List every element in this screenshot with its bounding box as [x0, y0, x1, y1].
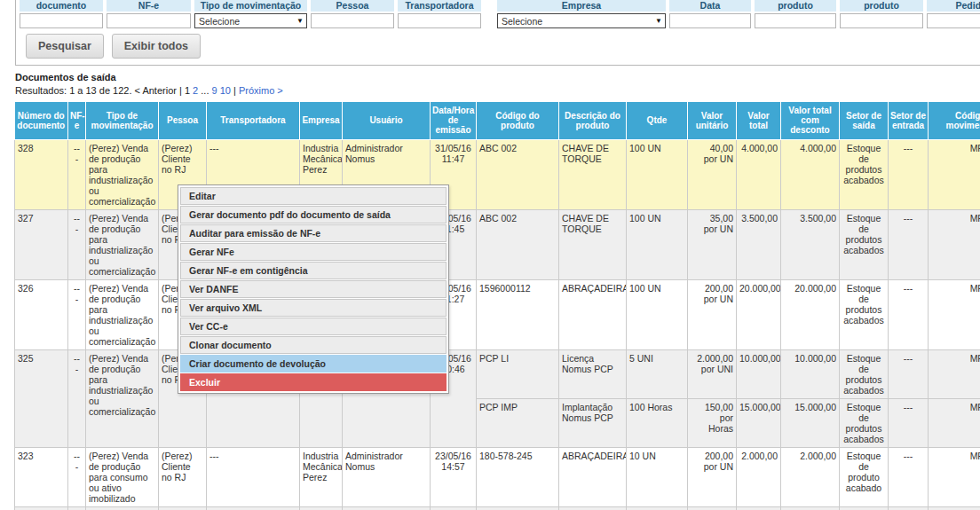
cell-numero_documento: 328	[15, 139, 68, 209]
cell-setor_entrada: ---	[889, 447, 929, 506]
column-header-transportadora: Transportadora	[207, 102, 300, 139]
filter-tipo-movimentacao-select[interactable]: Selecione▼	[194, 13, 307, 28]
column-header-valor_total: Valor total	[737, 102, 781, 139]
page-link-2[interactable]: 2	[193, 85, 198, 96]
page-indicator: 1	[185, 85, 190, 96]
column-header-setor_entrada: Setor de entrada	[889, 102, 929, 139]
filter-slot-pessoa	[311, 13, 394, 28]
filter-descricao-produto-input[interactable]	[840, 13, 923, 28]
cell-tipo_movimentacao: (Perez) Venda de produção para consumo o…	[86, 506, 159, 510]
table-row-doc-322[interactable]: 322-- -(Perez) Venda de produção para co…	[15, 506, 980, 510]
cell-setor_saida: Estoque de produtos acabados	[840, 398, 889, 447]
cell-codigo_produto: PCP LI	[477, 349, 559, 398]
next-page-link[interactable]: Próximo >	[239, 85, 283, 96]
context-menu-item[interactable]: Ver arquivo XML	[180, 299, 447, 317]
filter-col-empresa-label: Empresa	[497, 0, 666, 12]
cell-valor_total_desconto: 3.500,00	[781, 209, 840, 279]
context-menu-item[interactable]: Gerar documento pdf do documento de saíd…	[180, 206, 447, 224]
cell-valor_unitario: 40,00 por UN	[688, 139, 737, 209]
cell-qtde: 100 UN	[627, 209, 688, 279]
cell-codigo_produto: PCP IMP	[477, 398, 559, 447]
cell-transportadora: ---	[207, 447, 300, 506]
cell-usuario: Administrador Nomus	[343, 506, 431, 510]
cell-tipo_movimentacao: (Perez) Venda de produção para industria…	[86, 209, 159, 279]
cell-valor_unitario: 2.000,00 por UNI	[688, 349, 737, 398]
filter-transportadora-input[interactable]	[398, 13, 481, 28]
cell-qtde: 1.000 UN	[627, 506, 688, 510]
cell-valor_unitario: 200,00 por UN	[688, 279, 737, 349]
context-menu-item[interactable]: Auditar para emissão de NF-e	[180, 224, 447, 242]
filter-col-codigo-produto-label: Código do produto	[755, 0, 836, 12]
filter-header-row: Número do documentoNF-eTipo de movimenta…	[20, 0, 980, 12]
page-link-9[interactable]: 9	[212, 85, 217, 96]
context-menu-item[interactable]: Criar documento de devolução	[180, 355, 447, 373]
column-header-tipo_movimentacao: Tipo de movimentação	[86, 102, 159, 139]
table-row-doc-328[interactable]: 328-- -(Perez) Venda de produção para in…	[15, 139, 980, 209]
context-menu-item[interactable]: Editar	[180, 187, 447, 205]
cell-valor_total_desconto: 2.000,00	[781, 447, 840, 506]
cell-nfe: -- -	[68, 349, 86, 447]
cell-setor_saida: Estoque de produto acabado	[840, 447, 889, 506]
cell-qtde: 100 UN	[627, 279, 688, 349]
cell-tipo_movimentacao: (Perez) Venda de produção para industria…	[86, 279, 159, 349]
cell-codigo_movimentacao: MP	[929, 349, 980, 398]
column-header-qtde: Qtde	[627, 102, 688, 139]
cell-codigo_movimentacao: MP	[929, 398, 980, 447]
cell-valor_total_desconto: 10.000,00	[781, 506, 840, 510]
filter-pessoa-input[interactable]	[311, 13, 394, 28]
filter-col-pedido-label: Pedido	[927, 0, 980, 12]
context-menu-item[interactable]: Gerar NF-e em contigência	[180, 262, 447, 279]
filter-slot-pedido	[927, 13, 980, 28]
cell-setor_saida: Estoque de produtos acabados	[840, 209, 889, 279]
cell-codigo_produto: 180-578-245	[477, 447, 559, 506]
cell-qtde: 10 UN	[627, 447, 688, 506]
filter-data-input[interactable]	[669, 13, 751, 28]
filter-slot-transportadora	[398, 13, 481, 28]
filter-codigo-produto-input[interactable]	[755, 13, 836, 28]
cell-numero_documento: 323	[15, 447, 68, 506]
filter-empresa-select[interactable]: Selecione▼	[497, 13, 666, 28]
column-header-valor_total_desconto: Valor total com desconto	[781, 102, 840, 139]
context-menu-item[interactable]: Ver CC-e	[180, 318, 447, 335]
cell-descricao_produto: Licença Nomus PCP	[559, 349, 627, 398]
filter-nfe-input[interactable]	[107, 13, 191, 28]
cell-codigo_movimentacao: MP	[929, 506, 980, 510]
filter-slot-numero-documento	[20, 13, 103, 28]
cell-setor_entrada: ---	[889, 209, 929, 279]
filter-col-pessoa-label: Pessoa	[311, 0, 394, 12]
chevron-down-icon: ▼	[655, 17, 662, 25]
filter-numero-documento-input[interactable]	[20, 13, 103, 28]
filter-col-nfe-label: NF-e	[107, 0, 191, 12]
exibir-todos-button[interactable]: Exibir todos	[112, 34, 201, 59]
page-link-10[interactable]: 10	[220, 85, 231, 96]
cell-setor_entrada: ---	[889, 139, 929, 209]
filter-slot-codigo-produto	[755, 13, 836, 28]
column-header-descricao_produto: Descrição do produto	[559, 102, 627, 139]
cell-valor_total: 15.000,00	[737, 398, 781, 447]
table-row-doc-325[interactable]: 325-- -(Perez) Venda de produção para in…	[15, 349, 980, 398]
cell-setor_entrada: ---	[889, 398, 929, 447]
context-menu-item[interactable]: Clonar documento	[180, 336, 447, 354]
pagination-separator: |	[233, 85, 236, 96]
column-header-codigo_movimentacao: Código de movimentação	[929, 102, 980, 139]
filter-pedido-input[interactable]	[927, 13, 980, 28]
context-menu-item[interactable]: Excluir	[180, 373, 447, 391]
table-row-doc-327[interactable]: 327-- -(Perez) Venda de produção para in…	[15, 209, 980, 279]
filter-col-tipo-movimentacao-label: Tipo de movimentação	[194, 0, 307, 12]
context-menu-item[interactable]: Gerar NFe	[180, 243, 447, 261]
cell-tipo_movimentacao: (Perez) Venda de produção para industria…	[86, 349, 159, 447]
table-row-doc-323[interactable]: 323-- -(Perez) Venda de produção para co…	[15, 447, 980, 506]
filter-slot-data	[669, 13, 751, 28]
cell-setor_saida: Estoque de produtos acabados	[840, 279, 889, 349]
cell-codigo_produto: 1029DU1108087	[477, 506, 559, 510]
cell-valor_total: 2.000,00	[737, 447, 781, 506]
cell-data_hora_emissao: 23/05/16 14:57	[431, 447, 477, 506]
pesquisar-button[interactable]: Pesquisar	[26, 34, 104, 59]
cell-empresa: Industria Mecânica Perez	[300, 447, 343, 506]
page-title: Documentos de saída	[15, 72, 980, 82]
cell-valor_unitario: 150,00 por Horas	[688, 398, 737, 447]
table-row-doc-326[interactable]: 326-- -(Perez) Venda de produção para in…	[15, 279, 980, 349]
cell-setor_entrada: ---	[889, 349, 929, 398]
cell-valor_unitario: 200,00 por UN	[688, 447, 737, 506]
context-menu-item[interactable]: Ver DANFE	[180, 280, 447, 298]
